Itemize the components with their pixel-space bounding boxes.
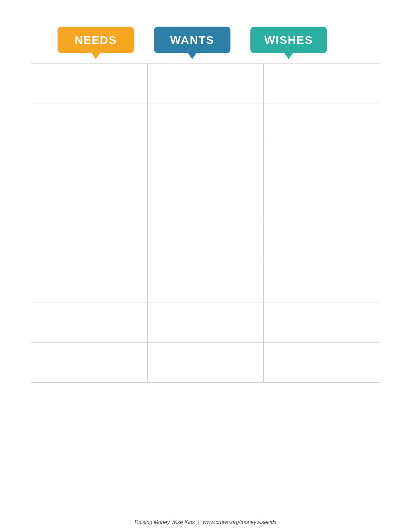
cell-needs-7[interactable]	[31, 303, 148, 342]
cell-wishes-1[interactable]	[264, 64, 380, 103]
header-row: NEEDS WANTS WISHES	[31, 27, 380, 53]
cell-wants-2[interactable]	[148, 103, 264, 143]
table-row	[31, 223, 380, 263]
cell-wishes-4[interactable]	[264, 183, 380, 223]
cell-needs-4[interactable]	[31, 183, 148, 223]
cell-wishes-6[interactable]	[264, 263, 380, 303]
grid-container	[31, 63, 380, 513]
table-row	[31, 183, 380, 223]
needs-bubble: NEEDS	[58, 27, 134, 53]
footer-url: www.crown.org/moneywisekids	[203, 519, 276, 525]
cell-wishes-3[interactable]	[264, 143, 380, 183]
cell-wants-8[interactable]	[148, 343, 264, 382]
needs-label: NEEDS	[74, 34, 117, 47]
cell-needs-5[interactable]	[31, 223, 148, 263]
table-row	[31, 103, 380, 143]
cell-wants-3[interactable]	[148, 143, 264, 183]
table-row	[31, 303, 380, 343]
table-row	[31, 143, 380, 183]
table-row	[31, 263, 380, 303]
cell-wishes-7[interactable]	[264, 303, 380, 342]
footer-divider: |	[198, 519, 200, 525]
cell-wants-7[interactable]	[148, 303, 264, 342]
cell-wants-4[interactable]	[148, 183, 264, 223]
cell-needs-6[interactable]	[31, 263, 148, 303]
cell-wants-6[interactable]	[148, 263, 264, 303]
cell-wishes-5[interactable]	[264, 223, 380, 263]
cell-needs-2[interactable]	[31, 103, 148, 143]
cell-wants-1[interactable]	[148, 64, 264, 103]
cell-needs-3[interactable]	[31, 143, 148, 183]
wants-label: WANTS	[170, 34, 214, 47]
wants-bubble: WANTS	[154, 27, 230, 53]
cell-wishes-2[interactable]	[264, 103, 380, 143]
table-row	[31, 343, 380, 383]
table-row	[31, 64, 380, 103]
cell-needs-1[interactable]	[31, 64, 148, 103]
footer: Raising Money Wise Kids | www.crown.org/…	[31, 513, 380, 532]
wishes-bubble: WISHES	[250, 27, 327, 53]
page-container: NEEDS WANTS WISHES	[31, 0, 380, 532]
footer-brand: Raising Money Wise Kids	[135, 519, 195, 525]
cell-wants-5[interactable]	[148, 223, 264, 263]
wishes-label: WISHES	[264, 34, 313, 47]
cell-wishes-8[interactable]	[264, 343, 380, 382]
cell-needs-8[interactable]	[31, 343, 148, 382]
